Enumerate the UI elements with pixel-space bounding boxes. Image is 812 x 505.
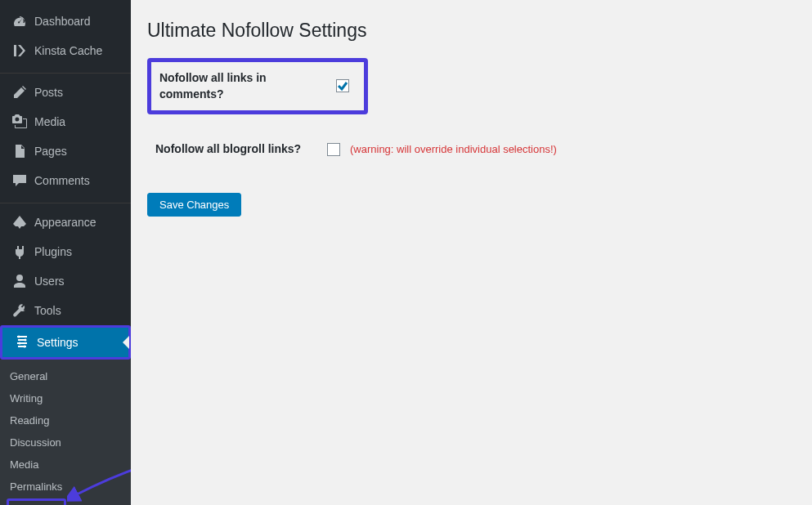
sidebar-item-settings[interactable]: Settings — [2, 328, 128, 357]
main-content: Ultimate Nofollow Settings Nofollow all … — [131, 0, 812, 505]
media-icon — [11, 114, 28, 130]
sidebar-item-label: Dashboard — [34, 14, 91, 29]
sidebar-item-label: Tools — [34, 303, 61, 318]
checkbox-nofollow-comments[interactable] — [336, 79, 349, 92]
pages-icon — [11, 143, 28, 159]
sidebar-item-pages[interactable]: Pages — [0, 136, 131, 166]
sidebar-item-label: Plugins — [34, 244, 72, 259]
tools-icon — [11, 302, 28, 319]
row-label: Nofollow all links in comments? — [159, 70, 286, 102]
check-icon — [337, 80, 348, 92]
sidebar-item-tools[interactable]: Tools — [0, 296, 131, 325]
row-nofollow-comments: Nofollow all links in comments? — [147, 58, 368, 114]
dashboard-icon — [11, 13, 28, 29]
submenu-item-general[interactable]: General — [0, 365, 131, 387]
svg-point-3 — [24, 346, 26, 348]
svg-point-1 — [25, 339, 27, 342]
sidebar-item-label: Users — [34, 274, 65, 288]
menu-separator — [0, 69, 131, 74]
sidebar-item-plugins[interactable]: Plugins — [0, 237, 131, 266]
appearance-icon — [11, 214, 28, 230]
menu-separator — [0, 199, 131, 203]
checkbox-nofollow-blogroll[interactable] — [327, 143, 340, 156]
row-nofollow-blogroll: Nofollow all blogroll links? (warning: w… — [147, 129, 796, 170]
sidebar-item-label: Comments — [34, 173, 90, 188]
comments-icon — [11, 172, 28, 189]
submenu-item-writing[interactable]: Writing — [0, 387, 131, 409]
posts-icon — [11, 84, 28, 101]
submenu-item-media[interactable]: Media — [0, 454, 131, 476]
kinsta-icon — [11, 42, 28, 59]
admin-sidebar: Dashboard Kinsta Cache Posts Media Pages… — [0, 0, 131, 505]
save-button[interactable]: Save Changes — [147, 193, 241, 217]
users-icon — [11, 273, 28, 289]
settings-submenu: General Writing Reading Discussion Media… — [0, 360, 131, 505]
sidebar-item-comments[interactable]: Comments — [0, 166, 131, 195]
plugins-icon — [11, 244, 28, 260]
sidebar-item-label: Appearance — [34, 215, 96, 230]
sidebar-item-media[interactable]: Media — [0, 107, 131, 136]
warning-text: (warning: will override individual selec… — [350, 143, 557, 155]
sidebar-item-label: Media — [34, 114, 65, 129]
settings-icon — [14, 334, 30, 351]
submenu-item-permalinks[interactable]: Permalinks — [0, 476, 131, 498]
sidebar-item-label: Kinsta Cache — [34, 43, 102, 58]
sidebar-item-appearance[interactable]: Appearance — [0, 208, 131, 237]
svg-point-2 — [19, 342, 21, 345]
submenu-item-discussion[interactable]: Discussion — [0, 431, 131, 454]
submenu-item-reading[interactable]: Reading — [0, 409, 131, 431]
sidebar-item-kinsta-cache[interactable]: Kinsta Cache — [0, 36, 131, 65]
sidebar-item-posts[interactable]: Posts — [0, 78, 131, 107]
row-label: Nofollow all blogroll links? — [155, 141, 327, 158]
sidebar-item-users[interactable]: Users — [0, 266, 131, 296]
sidebar-item-dashboard[interactable]: Dashboard — [0, 7, 131, 36]
sidebar-item-label: Pages — [34, 144, 67, 159]
sidebar-item-label: Posts — [34, 85, 63, 100]
svg-point-0 — [18, 336, 20, 338]
sidebar-item-label: Settings — [37, 335, 79, 350]
page-title: Ultimate Nofollow Settings — [147, 20, 796, 42]
